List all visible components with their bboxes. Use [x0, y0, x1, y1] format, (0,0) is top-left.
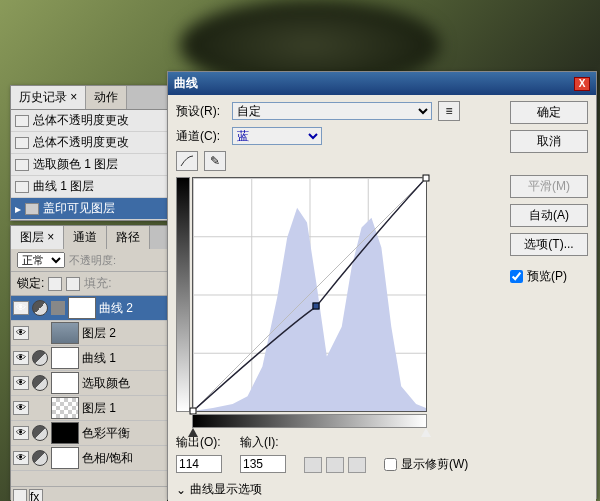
- curve-point[interactable]: [313, 303, 320, 310]
- output-input[interactable]: [176, 455, 222, 473]
- history-item[interactable]: 总体不透明度更改: [11, 110, 167, 132]
- history-label: 曲线 1 图层: [33, 178, 94, 195]
- adjustment-icon: [32, 425, 48, 441]
- visibility-icon[interactable]: 👁: [13, 401, 29, 415]
- preview-checkbox[interactable]: [510, 270, 523, 283]
- layer-row[interactable]: 👁曲线 1: [11, 346, 167, 371]
- curve-tool-icon[interactable]: [176, 151, 198, 171]
- black-slider[interactable]: [188, 428, 198, 437]
- link-icon[interactable]: [13, 489, 27, 501]
- layers-lockbar: 锁定: 填充:: [11, 272, 167, 296]
- channel-label: 通道(C):: [176, 128, 226, 145]
- svg-line-1: [193, 178, 426, 411]
- adjustment-icon: [32, 350, 48, 366]
- preset-label: 预设(R):: [176, 103, 226, 120]
- black-dropper-icon[interactable]: [304, 457, 322, 473]
- smooth-button: 平滑(M): [510, 175, 588, 198]
- history-icon: [15, 137, 29, 149]
- history-icon: [15, 115, 29, 127]
- fill-label: 填充:: [84, 275, 111, 292]
- layer-label: 色彩平衡: [82, 425, 130, 442]
- layers-tabs: 图层 × 通道 路径: [11, 226, 167, 249]
- history-tabs: 历史记录 × 动作: [11, 86, 167, 110]
- ok-button[interactable]: 确定: [510, 101, 588, 124]
- pencil-tool-icon[interactable]: ✎: [204, 151, 226, 171]
- layer-thumb: [51, 322, 79, 344]
- curve-line: [193, 178, 426, 411]
- layer-row[interactable]: 👁色彩平衡: [11, 421, 167, 446]
- curves-dialog: 曲线 X 预设(R): 自定 ≡ 通道(C): 蓝 ✎: [167, 71, 597, 499]
- channel-select[interactable]: 蓝: [232, 127, 322, 145]
- visibility-icon[interactable]: 👁: [13, 351, 29, 365]
- input-label: 输入(I):: [240, 434, 279, 451]
- preview-check[interactable]: 预览(P): [510, 268, 588, 285]
- layer-label: 曲线 1: [82, 350, 116, 367]
- white-slider[interactable]: [421, 428, 431, 437]
- history-item[interactable]: 曲线 1 图层: [11, 176, 167, 198]
- auto-button[interactable]: 自动(A): [510, 204, 588, 227]
- curves-graph[interactable]: [192, 177, 427, 412]
- lock-pixels-icon[interactable]: [48, 277, 62, 291]
- preset-select[interactable]: 自定: [232, 102, 432, 120]
- adjustment-icon: [32, 450, 48, 466]
- tab-history[interactable]: 历史记录 ×: [11, 86, 86, 109]
- layer-row[interactable]: 👁色相/饱和: [11, 446, 167, 471]
- output-gradient: [176, 177, 190, 412]
- visibility-icon[interactable]: 👁: [13, 326, 29, 340]
- layer-mask-thumb: [68, 297, 96, 319]
- history-item[interactable]: 选取颜色 1 图层: [11, 154, 167, 176]
- history-icon: [15, 181, 29, 193]
- layers-list: 👁曲线 2 👁图层 2 👁曲线 1 👁选取颜色 👁图层 1 👁色彩平衡 👁色相/…: [11, 296, 167, 486]
- curves-titlebar[interactable]: 曲线 X: [168, 72, 596, 95]
- history-panel: 历史记录 × 动作 总体不透明度更改 总体不透明度更改 选取颜色 1 图层 曲线…: [10, 85, 168, 221]
- tab-actions[interactable]: 动作: [86, 86, 127, 109]
- layer-row[interactable]: 👁图层 1: [11, 396, 167, 421]
- layer-label: 曲线 2: [99, 300, 133, 317]
- layer-label: 图层 1: [82, 400, 116, 417]
- history-icon: [15, 159, 29, 171]
- gray-dropper-icon[interactable]: [326, 457, 344, 473]
- visibility-icon[interactable]: 👁: [13, 451, 29, 465]
- history-item[interactable]: 总体不透明度更改: [11, 132, 167, 154]
- history-label: 选取颜色 1 图层: [33, 156, 118, 173]
- history-label: 总体不透明度更改: [33, 134, 129, 151]
- tab-channels[interactable]: 通道: [64, 226, 107, 249]
- visibility-icon[interactable]: 👁: [13, 426, 29, 440]
- white-dropper-icon[interactable]: [348, 457, 366, 473]
- curve-options-expander[interactable]: ⌄ 曲线显示选项: [176, 481, 504, 498]
- layer-row[interactable]: 👁图层 2: [11, 321, 167, 346]
- fx-icon[interactable]: fx: [29, 489, 43, 501]
- tab-layers[interactable]: 图层 ×: [11, 226, 64, 249]
- show-clip-checkbox[interactable]: [384, 458, 397, 471]
- layers-bottombar: fx: [11, 486, 167, 501]
- lock-label: 锁定:: [17, 275, 44, 292]
- layer-mask-thumb: [51, 347, 79, 369]
- tab-paths[interactable]: 路径: [107, 226, 150, 249]
- layers-panel: 图层 × 通道 路径 正常 不透明度: 锁定: 填充: 👁曲线 2 👁图层 2 …: [10, 225, 168, 500]
- layer-row-selected[interactable]: 👁曲线 2: [11, 296, 167, 321]
- visibility-icon[interactable]: 👁: [13, 376, 29, 390]
- input-gradient: [192, 414, 427, 428]
- dialog-title: 曲线: [174, 75, 198, 92]
- adjustment-icon: [32, 375, 48, 391]
- curve-point-end[interactable]: [423, 175, 430, 182]
- mask-icon: [51, 301, 65, 315]
- output-label: 输出(O):: [176, 434, 221, 451]
- curves-buttons: 确定 取消 平滑(M) 自动(A) 选项(T)... 预览(P): [510, 101, 588, 495]
- layer-mask-thumb: [51, 447, 79, 469]
- options-button[interactable]: 选项(T)...: [510, 233, 588, 256]
- visibility-icon[interactable]: 👁: [13, 301, 29, 315]
- preset-menu-icon[interactable]: ≡: [438, 101, 460, 121]
- lock-position-icon[interactable]: [66, 277, 80, 291]
- opacity-label: 不透明度:: [69, 253, 116, 268]
- input-input[interactable]: [240, 455, 286, 473]
- layer-label: 色相/饱和: [82, 450, 133, 467]
- layer-label: 选取颜色: [82, 375, 130, 392]
- chevron-icon: ⌄: [176, 483, 186, 497]
- history-item-selected[interactable]: ▸盖印可见图层: [11, 198, 167, 220]
- layer-row[interactable]: 👁选取颜色: [11, 371, 167, 396]
- close-icon[interactable]: X: [574, 77, 590, 91]
- show-clip-check[interactable]: 显示修剪(W): [384, 456, 468, 473]
- blend-mode-select[interactable]: 正常: [17, 252, 65, 268]
- cancel-button[interactable]: 取消: [510, 130, 588, 153]
